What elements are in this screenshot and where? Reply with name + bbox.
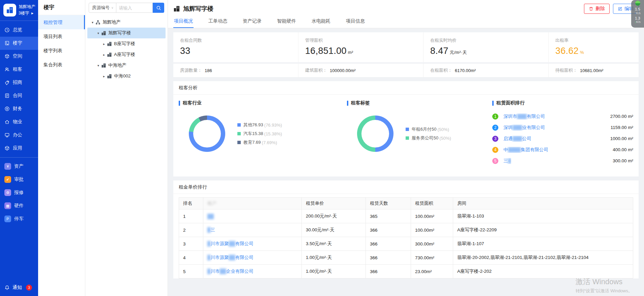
notification-badge: 3 [26,285,32,291]
building-title-icon [173,5,180,12]
sidebar-item-investment[interactable]: 招商 [0,76,38,89]
tenant-link[interactable]: 启通███公司 [503,136,531,142]
tab-项目信息[interactable]: 项目信息 [345,14,365,28]
sidebar-item-tenant[interactable]: 租客 [0,63,38,76]
tree-node-A座写字楼[interactable]: ▸A座写字楼 [87,49,166,60]
nav-item-楼宇列表[interactable]: 楼宇列表 [38,43,85,58]
office-icon [4,132,10,138]
stat-label: 出租率 [555,37,632,43]
building-icon [107,74,112,79]
tree-node-中海地产[interactable]: ▾中海地产 [87,60,166,71]
legend-swatch [237,132,241,135]
sidebar-app-parking[interactable]: P停车 [0,212,38,226]
delete-button[interactable]: 删除 [584,4,610,14]
sidebar-item-space[interactable]: 空间 [0,50,38,63]
tenant-link[interactable]: █川市██企业有限公司 [207,269,254,274]
tree-node-label: 中海地产 [108,62,126,68]
tenant-link[interactable]: 深圳市███有限公司 [503,113,545,120]
sidebar-item-finance[interactable]: 财务 [0,102,38,116]
cell-rank: 4 [179,251,203,265]
repair-tile-icon: ⚙ [4,189,11,196]
name-text: 有限公司 [527,114,545,119]
tenant-link[interactable]: █川市源聚██有限公司 [207,255,254,260]
sidebar-item-label: 物业 [13,119,22,125]
nav-item-租控管理[interactable]: 租控管理 [38,15,85,29]
tree-node-旭辉写字楼[interactable]: ▾旭辉写字楼 [87,28,166,38]
legend-item-教育[interactable]: 教育7.69(7.69%) [237,139,282,145]
tree-node-旭辉地产[interactable]: ▾旭辉地产 [87,17,166,28]
investment-icon [4,80,10,85]
tree-caret-icon[interactable]: ▾ [96,31,101,35]
search-input[interactable] [116,3,153,13]
ranking-row: 3启通███公司1000.00 m² [492,133,633,144]
org-switcher[interactable]: 旭辉地产 3楼宇 ▶ [0,0,38,21]
tenant-link[interactable]: █川市源聚██有限公司 [207,241,254,246]
nav-item-集合列表[interactable]: 集合列表 [38,58,85,72]
tenant-industry-section: 租客行业 其他76.93(76.93%)汽车15.38(15.38%)教育7.6… [179,100,347,166]
search-button[interactable] [153,3,164,13]
sidebar-item-building[interactable]: 楼宇 [0,37,38,50]
delete-button-label: 删除 [595,6,605,12]
asset-tile-icon: ¥ [4,163,11,170]
search-type-select[interactable]: 房源编号 ∨ [89,3,116,13]
tag-legend: 年租6月付50(50%)服务类公司50(50%) [406,124,451,144]
tenant-link[interactable]: █三 [207,227,215,232]
tenant-icon [4,67,10,72]
org-info: 旭辉地产 3楼宇 ▶ [19,4,35,17]
tree-caret-icon[interactable]: ▾ [96,64,101,67]
tree-caret-icon[interactable]: ▸ [101,53,107,57]
tab-项目概况[interactable]: 项目概况 [173,14,194,28]
sidebar-item-office[interactable]: 办公 [0,129,38,142]
chevron-right-icon: ▶ [31,11,33,15]
sidebar-item-property[interactable]: 物业 [0,116,38,129]
tree-node-中海002[interactable]: ▸中海002 [87,71,166,81]
stat-unit: m² [348,50,353,55]
legend-label: 教育7.69 [243,139,261,145]
sidebar-app-label: 停车 [14,216,24,222]
notifications-button[interactable]: 通知 3 [0,285,38,296]
nav-item-项目列表[interactable]: 项目列表 [38,29,85,43]
redacted-text: ███ [517,114,527,119]
tab-水电能耗[interactable]: 水电能耗 [311,14,331,28]
tree-caret-icon[interactable]: ▸ [101,74,107,78]
sidebar-app-asset[interactable]: ¥资产 [0,160,38,173]
cell-price: 200.00元/m²·天 [302,209,366,223]
cell-area: 100.00m² [411,223,453,237]
legend-item-年租6月付[interactable]: 年租6月付50(50%) [406,126,451,132]
legend-item-其他[interactable]: 其他76.93(76.93%) [237,122,282,128]
net-speed-widget[interactable]: 1.5 ↑K/s 1.3 ↓K/s [631,0,644,28]
column-header-租赁面积: 租赁面积 [411,198,453,209]
sidebar-app-approval[interactable]: ✔审批 [0,173,38,186]
name-text: 业有限公司 [522,125,545,130]
legend-item-服务类公司[interactable]: 服务类公司50(50%) [406,135,451,141]
tab-智能硬件[interactable]: 智能硬件 [276,14,297,28]
tenant-link[interactable]: ██ [207,214,214,219]
sub-stat-label: 待租面积： [555,67,577,73]
sidebar-item-contract[interactable]: 合同 [0,89,38,102]
tab-工单动态[interactable]: 工单动态 [208,14,228,28]
tab-资产记录[interactable]: 资产记录 [242,14,262,28]
cell-days: 366 [366,223,411,237]
main-content: 旭辉写字楼 删除 编辑 项目概况工单动态资产记录智能硬件水电能耗项目信息 在租合… [168,0,644,296]
tree-caret-icon[interactable]: ▸ [101,42,107,46]
org-icon [95,20,100,25]
tree-caret-icon[interactable]: ▾ [90,21,95,24]
building-icon [107,52,112,57]
sidebar-main-nav: 总览楼宇空间租客招商合同财务物业办公应用 [0,21,38,155]
sidebar-app-hardware[interactable]: ▦硬件 [0,199,38,212]
cell-rooms: 翡翠湖-1-107 [453,237,633,251]
sidebar-item-apps[interactable]: 应用 [0,142,38,155]
tenant-link[interactable]: 深圳███业有限公司 [503,125,545,131]
sidebar-app-repair[interactable]: ⚙报修 [0,186,38,199]
tenant-link[interactable]: 中████集团有限公司 [503,147,548,153]
stat-card: 在租合同数33 [173,32,298,62]
sidebar-item-overview[interactable]: 总览 [0,24,38,37]
legend-label: 年租6月付50 [412,126,437,132]
project-tree-panel: 房源编号 ∨ ▾旭辉地产▾旭辉写字楼▸B座写字楼▸A座写字楼▾中海地产▸中海00… [85,0,168,296]
cell-area: 300.00m² [411,237,453,251]
panel-nav-items: 租控管理项目列表楼宇列表集合列表 [38,15,85,72]
tenant-link[interactable]: 三█ [503,158,511,164]
legend-percent: (15.38%) [264,131,282,136]
tree-node-B座写字楼[interactable]: ▸B座写字楼 [87,38,166,49]
legend-item-汽车[interactable]: 汽车15.38(15.38%) [237,131,282,137]
